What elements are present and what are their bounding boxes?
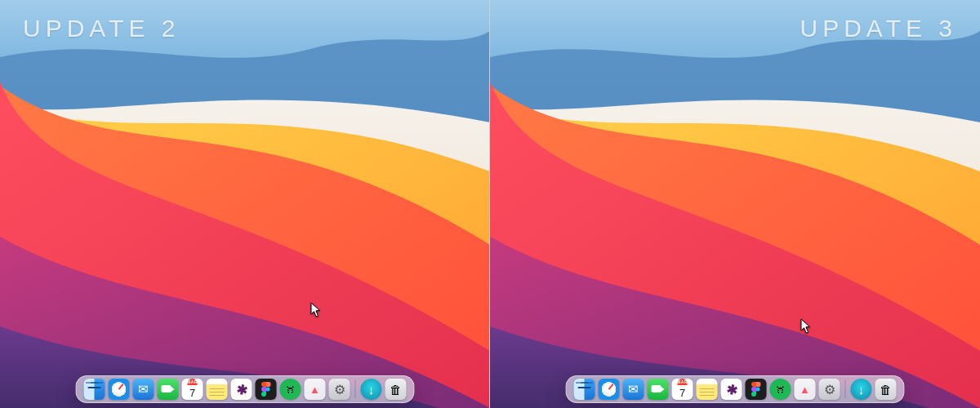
spotify-icon[interactable] bbox=[280, 379, 301, 400]
spotify-icon[interactable] bbox=[770, 379, 791, 400]
panel-divider bbox=[489, 0, 490, 408]
slack-icon[interactable] bbox=[721, 379, 742, 400]
desktop-panel-right: UPDATE 3 MAR7 bbox=[490, 0, 980, 408]
notes-icon[interactable] bbox=[207, 379, 228, 400]
mail-icon[interactable] bbox=[133, 379, 154, 400]
downloads-icon[interactable] bbox=[361, 379, 382, 400]
facetime-icon[interactable] bbox=[648, 379, 669, 400]
trash-icon[interactable] bbox=[385, 379, 407, 400]
facetime-icon[interactable] bbox=[158, 379, 179, 400]
calendar-month: MAR bbox=[187, 379, 198, 385]
dock-separator bbox=[845, 380, 846, 398]
calendar-month: MAR bbox=[677, 379, 688, 385]
dock-separator bbox=[355, 380, 356, 398]
wallpaper bbox=[0, 0, 490, 408]
desktop-panel-left: UPDATE 2 MAR7 bbox=[0, 0, 490, 408]
svg-point-1 bbox=[266, 388, 270, 392]
dock: MAR7 bbox=[566, 375, 905, 403]
downloads-icon[interactable] bbox=[851, 379, 872, 400]
figma-icon[interactable] bbox=[256, 379, 277, 400]
svg-point-3 bbox=[756, 388, 760, 392]
calendar-day: 7 bbox=[189, 385, 195, 400]
slack-icon[interactable] bbox=[231, 379, 252, 400]
calendar-day: 7 bbox=[679, 385, 685, 400]
finder-icon[interactable] bbox=[574, 379, 595, 400]
finder-icon[interactable] bbox=[84, 379, 105, 400]
settings-icon[interactable] bbox=[329, 379, 350, 400]
wallpaper bbox=[490, 0, 980, 408]
arc-icon[interactable] bbox=[795, 379, 816, 400]
dock: MAR7 bbox=[76, 375, 415, 403]
settings-icon[interactable] bbox=[819, 379, 840, 400]
calendar-icon[interactable]: MAR7 bbox=[182, 379, 203, 400]
safari-icon[interactable] bbox=[109, 379, 130, 400]
safari-icon[interactable] bbox=[599, 379, 620, 400]
mail-icon[interactable] bbox=[623, 379, 644, 400]
notes-icon[interactable] bbox=[697, 379, 718, 400]
calendar-icon[interactable]: MAR7 bbox=[672, 379, 693, 400]
trash-icon[interactable] bbox=[875, 379, 897, 400]
arc-icon[interactable] bbox=[305, 379, 326, 400]
figma-icon[interactable] bbox=[746, 379, 767, 400]
